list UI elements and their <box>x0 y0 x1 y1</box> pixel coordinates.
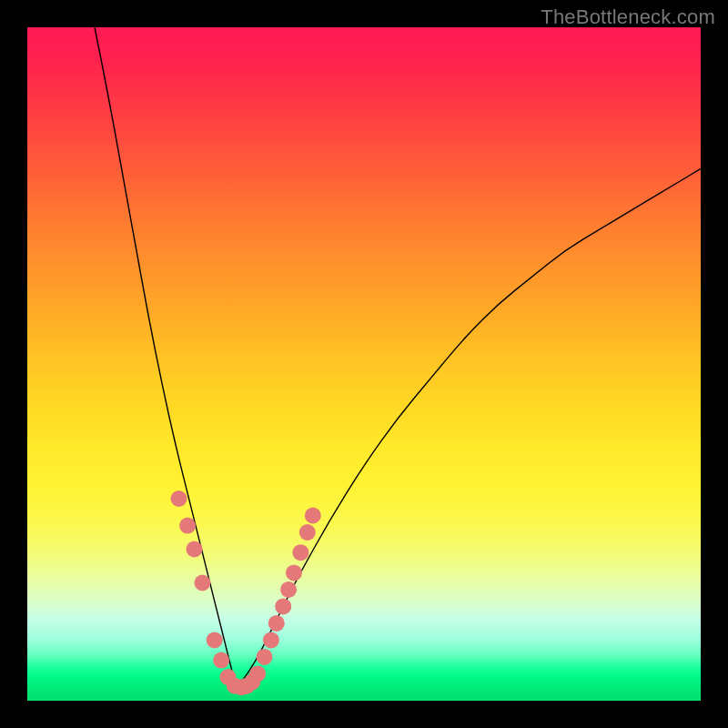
highlight-dot <box>305 508 321 524</box>
highlight-dot <box>280 581 297 598</box>
highlight-dot <box>263 632 279 648</box>
bottleneck-curve <box>95 27 701 684</box>
bottleneck-curve-svg <box>27 27 701 701</box>
highlight-dot <box>286 564 302 581</box>
highlight-dot <box>275 598 291 614</box>
chart-frame: TheBottleneck.com <box>0 0 728 728</box>
highlight-dot <box>194 575 210 592</box>
highlight-dot <box>179 518 196 534</box>
highlight-dot <box>292 544 308 561</box>
highlight-dot <box>257 649 273 665</box>
highlight-dot <box>207 632 223 648</box>
highlight-dot <box>268 615 285 632</box>
highlight-dot <box>171 490 187 507</box>
highlight-dot <box>213 652 229 669</box>
highlight-dot <box>249 665 266 682</box>
highlight-dot <box>187 541 203 558</box>
highlight-dots <box>171 490 321 695</box>
highlight-dot <box>299 524 316 541</box>
plot-area <box>27 27 701 701</box>
watermark-label: TheBottleneck.com <box>541 5 715 29</box>
